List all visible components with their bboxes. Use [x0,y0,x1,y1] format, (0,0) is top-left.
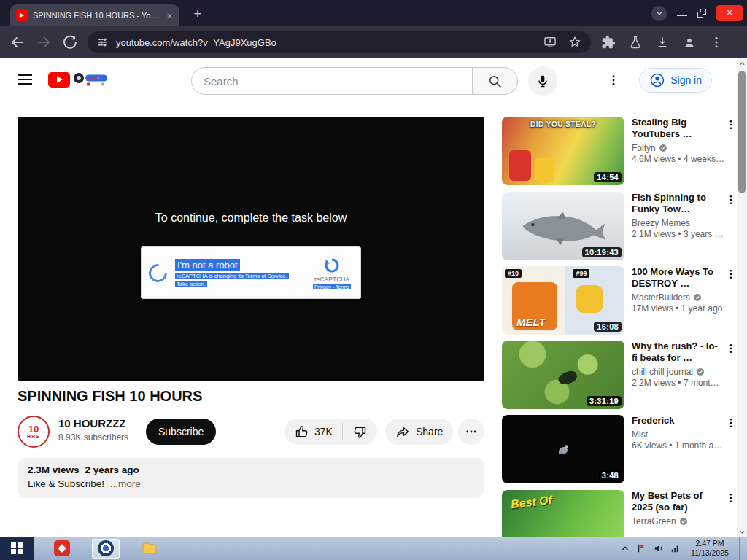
browser-titlebar: ▶ SPINNING FISH 10 HOURS - Yo… × + × [0,0,747,26]
labs-flask-icon[interactable] [628,35,643,50]
video-title[interactable]: Fish Spinning to Funky Tow… [632,192,731,215]
channel-name[interactable]: Mist [632,429,731,440]
subscribe-button[interactable]: Subscribe [146,419,216,445]
search-button[interactable] [473,67,518,95]
channel-name[interactable]: TerraGreen [632,516,731,526]
channel-name[interactable]: Foltyn [632,143,731,153]
video-title[interactable]: 100 More Ways To DESTROY … [632,266,731,289]
channel-name[interactable]: 10 HOURZZZ [58,417,126,429]
browser-menu-icon[interactable] [709,35,724,50]
dislike-button[interactable] [343,424,377,440]
menu-hamburger-icon[interactable] [18,72,32,87]
start-button[interactable] [0,537,34,560]
view-count: 2.3M views [28,464,80,475]
youtube-logo[interactable] [48,71,111,88]
tab-close-icon[interactable]: × [165,11,174,20]
video-menu-button[interactable] [725,118,737,131]
video-thumbnail[interactable]: DID YOU STEAL? 14:54 [502,117,624,185]
suggested-videos: DID YOU STEAL? 14:54 Stealing Big YouTub… [502,117,737,537]
video-info: 100 More Ways To DESTROY … MasterBuilder… [632,266,731,314]
browser-tab[interactable]: ▶ SPINNING FISH 10 HOURS - Yo… × [10,4,179,26]
video-info: Fish Spinning to Funky Tow… Breezy Memes… [632,192,731,239]
taskbar: 2:47 PM 11/13/2025 [0,537,747,560]
voice-search-button[interactable] [528,66,557,96]
show-more-link[interactable]: ...more [110,478,141,489]
suggested-video[interactable]: Best Of My Best Pets of 2025 (so far) Te… [502,490,737,537]
suggested-video[interactable]: 3:31:19 Why the rush? - lo-fi beats for … [502,341,737,409]
scrollbar-thumb[interactable] [738,71,746,193]
recaptcha-widget[interactable]: I'm not a robot reCAPTCHA is changing it… [141,246,361,299]
video-menu-button[interactable] [725,416,737,429]
site-settings-icon[interactable] [96,36,109,49]
video-duration-badge: 3:31:19 [587,396,622,406]
like-button[interactable]: 37K [285,424,342,440]
bookmark-star-icon[interactable] [568,35,582,50]
suggested-video[interactable]: 10:19:43 Fish Spinning to Funky Tow… Bre… [502,192,737,260]
new-tab-button[interactable]: + [188,5,207,23]
taskbar-app-red[interactable] [48,539,76,559]
tray-volume-icon[interactable] [654,543,664,553]
header-menu-icon[interactable] [607,73,620,88]
video-thumbnail[interactable]: 10:19:43 [502,192,624,260]
more-actions-button[interactable] [458,419,484,445]
restore-button[interactable] [697,9,706,18]
taskbar-apps [48,539,163,559]
show-desktop-button[interactable] [739,537,743,560]
like-dislike-bar: 37K [285,419,377,445]
video-thumbnail[interactable]: #10 #99 MELT 16:08 [502,266,624,335]
taskbar-app-explorer[interactable] [136,539,163,559]
install-icon[interactable] [543,35,557,50]
video-title[interactable]: Frederick [632,415,731,427]
minimize-button[interactable] [677,15,687,16]
description-box[interactable]: 2.3M views 2 years ago Like & Subscribe!… [18,458,484,498]
pigeon-art [554,440,572,458]
sign-in-label: Sign in [670,74,702,86]
video-menu-button[interactable] [725,193,737,206]
suggested-video[interactable]: #10 #99 MELT 16:08 100 More Ways To DEST… [502,266,737,335]
scroll-down-button[interactable] [737,526,747,537]
back-icon[interactable] [9,34,26,51]
clock-time: 2:47 PM [687,539,732,548]
scroll-up-button[interactable] [737,58,747,69]
share-label: Share [416,426,443,438]
extensions-icon[interactable] [601,35,616,50]
close-button[interactable]: × [716,5,743,21]
video-thumbnail[interactable]: Best Of [502,490,624,537]
sign-in-button[interactable]: Sign in [639,68,712,93]
channel-name[interactable]: MasterBuilders [632,292,731,303]
channel-name[interactable]: Breezy Memes [632,218,731,228]
url-text[interactable]: youtube.com/watch?v=YAgJ9XugGBo [116,37,276,48]
video-menu-button[interactable] [725,342,737,355]
page-scrollbar[interactable] [737,58,747,537]
video-menu-button[interactable] [725,491,737,505]
search-input[interactable] [191,67,473,95]
share-button[interactable]: Share [385,419,453,445]
taskbar-app-browser[interactable] [92,539,120,559]
channel-avatar[interactable]: 10 HRS [18,416,50,448]
recaptcha-checkbox-label[interactable]: I'm not a robot [175,259,240,271]
video-title[interactable]: Why the rush? - lo-fi beats for … [632,341,731,364]
tray-flag-icon[interactable] [637,543,647,553]
tray-network-icon[interactable] [670,543,681,553]
youtube-favicon: ▶ [16,9,28,21]
forward-icon[interactable] [35,34,53,51]
taskbar-clock[interactable]: 2:47 PM 11/13/2025 [687,539,732,558]
address-bar[interactable]: youtube.com/watch?v=YAgJ9XugGBo [88,31,591,53]
profile-icon[interactable] [682,35,697,50]
chevron-down-icon [739,529,746,535]
downloads-icon[interactable] [655,35,670,50]
channel-name[interactable]: chill chill journal [632,367,731,377]
video-title[interactable]: Stealing Big YouTubers … [632,117,731,140]
reload-icon[interactable] [61,34,79,51]
suggested-video[interactable]: DID YOU STEAL? 14:54 Stealing Big YouTub… [502,117,737,185]
recaptcha-take-action-link[interactable]: Take action. [175,281,207,287]
suggested-video[interactable]: 3:48 Frederick Mist 6K views • 1 month a… [502,415,737,483]
tray-expand-icon[interactable] [620,543,630,553]
recaptcha-privacy-terms-links[interactable]: Privacy - Terms [313,284,351,289]
tab-search-button[interactable] [651,6,667,21]
video-thumbnail[interactable]: 3:48 [502,415,624,483]
video-menu-button[interactable] [725,268,737,281]
video-thumbnail[interactable]: 3:31:19 [502,341,624,409]
video-title[interactable]: My Best Pets of 2025 (so far) [632,490,731,513]
video-player[interactable]: To continue, complete the task below I'm… [18,117,484,381]
